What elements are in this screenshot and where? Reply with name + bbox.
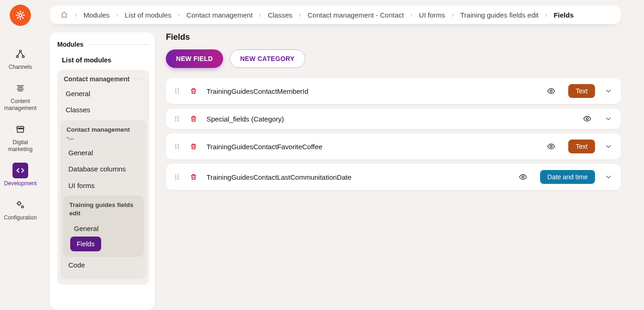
chevron-right-icon: › bbox=[178, 11, 180, 18]
svg-point-26 bbox=[175, 91, 176, 91]
sidebar-item-classes[interactable]: Classes bbox=[60, 102, 146, 118]
eye-icon[interactable] bbox=[583, 115, 591, 123]
module-sidebar: Modules List of modules Contact manageme… bbox=[50, 32, 155, 310]
sidebar-item-general[interactable]: General bbox=[60, 85, 146, 102]
brand-logo[interactable] bbox=[10, 5, 31, 26]
trash-icon[interactable] bbox=[190, 173, 197, 181]
new-field-button[interactable]: NEW FIELD bbox=[166, 49, 223, 68]
crumb-current: Fields bbox=[553, 11, 573, 19]
rail-label: Content management bbox=[0, 98, 41, 111]
content-area: Fields NEW FIELD NEW CATEGORY TrainingGu… bbox=[166, 32, 621, 310]
svg-point-53 bbox=[175, 176, 176, 177]
svg-point-55 bbox=[175, 178, 176, 179]
sidebar-list-of-modules[interactable]: List of modules bbox=[57, 53, 149, 68]
svg-point-25 bbox=[178, 88, 179, 89]
chevron-down-icon[interactable] bbox=[604, 142, 613, 151]
crumb-link[interactable]: Contact management bbox=[187, 11, 253, 19]
svg-point-37 bbox=[175, 120, 176, 121]
eye-icon[interactable] bbox=[547, 87, 555, 95]
svg-point-43 bbox=[178, 144, 179, 145]
rail-item-content-management[interactable]: Content management bbox=[0, 80, 41, 111]
drag-handle-icon[interactable] bbox=[174, 143, 181, 150]
field-name-label: TrainingGuidesContactMemberId bbox=[207, 87, 538, 95]
svg-point-52 bbox=[178, 174, 179, 175]
svg-point-51 bbox=[175, 174, 176, 175]
cogs-icon bbox=[12, 197, 28, 213]
trash-icon[interactable] bbox=[190, 143, 197, 150]
drag-handle-icon[interactable] bbox=[174, 174, 181, 180]
svg-point-50 bbox=[550, 146, 553, 148]
trash-icon[interactable] bbox=[190, 87, 197, 95]
svg-point-24 bbox=[175, 88, 176, 89]
page-title: Fields bbox=[166, 32, 621, 42]
rail-item-digital-marketing[interactable]: Digital marketing bbox=[0, 122, 41, 152]
sidebar-class-header[interactable]: Contact management -... bbox=[63, 125, 144, 145]
svg-point-9 bbox=[19, 50, 21, 52]
svg-point-33 bbox=[175, 116, 176, 117]
chevron-down-icon[interactable] bbox=[604, 87, 613, 95]
svg-point-18 bbox=[18, 202, 20, 205]
svg-point-45 bbox=[178, 146, 179, 147]
rail-item-channels[interactable]: Channels bbox=[0, 46, 41, 70]
svg-point-0 bbox=[19, 14, 22, 17]
svg-point-44 bbox=[175, 146, 176, 147]
new-category-button[interactable]: NEW CATEGORY bbox=[230, 49, 305, 68]
rail-label: Configuration bbox=[3, 214, 37, 221]
svg-point-36 bbox=[178, 118, 179, 119]
global-rail: Channels Content management Digital mark… bbox=[0, 0, 41, 310]
sidebar-title: Modules bbox=[57, 41, 149, 48]
field-name-label: TrainingGuidesContactLastCommunitationDa… bbox=[207, 173, 510, 181]
svg-point-59 bbox=[522, 176, 524, 178]
field-row[interactable]: TrainingGuidesContactLastCommunitationDa… bbox=[166, 164, 621, 190]
sidebar-module-header[interactable]: Contact management bbox=[60, 74, 146, 85]
crumb-link[interactable]: List of modules bbox=[125, 11, 171, 19]
field-name-label: TrainingGuidesContactFavoriteCoffee bbox=[207, 143, 538, 151]
home-icon[interactable] bbox=[60, 11, 68, 19]
eye-icon[interactable] bbox=[519, 173, 527, 181]
svg-line-13 bbox=[21, 52, 23, 55]
chevron-right-icon: › bbox=[410, 11, 413, 18]
svg-line-8 bbox=[22, 12, 24, 13]
svg-point-47 bbox=[178, 148, 179, 149]
breadcrumb: › Modules › List of modules › Contact ma… bbox=[50, 6, 621, 24]
rail-item-development[interactable]: Development bbox=[0, 163, 41, 187]
sidebar-item-code[interactable]: Code bbox=[63, 257, 144, 274]
chevron-down-icon[interactable] bbox=[604, 173, 613, 181]
chevron-right-icon: › bbox=[75, 11, 77, 18]
sidebar-item-ui-forms[interactable]: UI forms bbox=[63, 177, 144, 194]
network-icon bbox=[12, 46, 28, 62]
eye-icon[interactable] bbox=[547, 142, 555, 151]
type-badge: Text bbox=[568, 84, 595, 98]
sidebar-item-class-general[interactable]: General bbox=[63, 145, 144, 161]
crumb-link[interactable]: Training guides fields edit bbox=[460, 11, 539, 19]
chevron-down-icon[interactable] bbox=[604, 115, 613, 123]
sidebar-form-header[interactable]: Training guides fields edit bbox=[66, 200, 141, 220]
svg-line-7 bbox=[17, 17, 18, 18]
field-row[interactable]: TrainingGuidesContactFavoriteCoffee Text bbox=[166, 134, 621, 159]
crumb-link[interactable]: Classes bbox=[268, 11, 292, 19]
crumb-link[interactable]: Contact management - Contact bbox=[308, 11, 404, 19]
sidebar-form-group: Training guides fields edit General Fiel… bbox=[63, 195, 144, 257]
trash-icon[interactable] bbox=[190, 115, 197, 122]
svg-point-46 bbox=[175, 148, 176, 149]
sidebar-module-group: Contact management General Classes Conta… bbox=[57, 70, 149, 285]
drag-handle-icon[interactable] bbox=[174, 88, 181, 94]
chevron-right-icon: › bbox=[259, 11, 261, 18]
crumb-link[interactable]: Modules bbox=[84, 11, 110, 19]
sidebar-item-fields-active[interactable]: Fields bbox=[70, 237, 101, 251]
svg-point-11 bbox=[22, 55, 24, 57]
field-row[interactable]: TrainingGuidesContactMemberId Text bbox=[166, 78, 621, 104]
type-badge: Text bbox=[568, 140, 595, 153]
svg-point-28 bbox=[175, 92, 176, 93]
sidebar-item-db-columns[interactable]: Database columns bbox=[63, 161, 144, 177]
svg-point-10 bbox=[16, 55, 18, 57]
svg-point-34 bbox=[178, 116, 179, 117]
rail-item-configuration[interactable]: Configuration bbox=[0, 197, 41, 221]
sidebar-item-form-general[interactable]: General bbox=[66, 220, 141, 237]
crumb-link[interactable]: UI forms bbox=[419, 11, 445, 19]
svg-point-27 bbox=[178, 91, 179, 91]
type-badge: Date and time bbox=[540, 170, 595, 184]
field-row-category[interactable]: Special_fields (Category) bbox=[166, 109, 621, 129]
drag-handle-icon[interactable] bbox=[174, 115, 181, 122]
code-icon bbox=[12, 163, 28, 178]
